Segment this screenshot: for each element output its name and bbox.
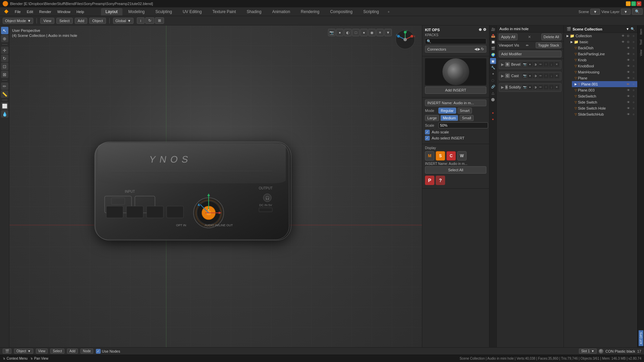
basic-cursor-btn[interactable]: ⊙ bbox=[626, 40, 631, 44]
tab-animation[interactable]: Animation bbox=[267, 8, 294, 15]
apply-all-button[interactable]: Apply All bbox=[499, 34, 518, 40]
side-switch-hole-eye-btn[interactable]: 👁 bbox=[626, 106, 631, 111]
menu-help[interactable]: Help bbox=[74, 9, 87, 15]
tab-kitops[interactable]: KIT OPS bbox=[639, 330, 643, 346]
size-large-btn[interactable]: Large bbox=[425, 115, 439, 121]
tab-item[interactable]: Item bbox=[639, 27, 643, 37]
prop-scene-btn[interactable]: 🎬 bbox=[490, 45, 496, 51]
search-button[interactable]: 🔍 bbox=[632, 8, 643, 15]
plane-eye-btn[interactable]: 👁 bbox=[626, 76, 631, 80]
tab-view[interactable]: View bbox=[639, 48, 643, 58]
prop-object-btn[interactable]: ▣ bbox=[490, 58, 496, 64]
plane001-restrict-btn[interactable]: ○ bbox=[631, 82, 636, 86]
view-layer-button[interactable]: ▼ bbox=[621, 9, 631, 15]
backdish-restrict-btn[interactable]: ○ bbox=[631, 46, 636, 50]
solidify-edit-icon[interactable]: ✏ bbox=[538, 85, 543, 89]
mode-dropdown-bottom[interactable]: Object ▼ bbox=[14, 349, 33, 354]
cast-camera-icon[interactable]: 📷 bbox=[522, 73, 527, 78]
scene-item-side-switch[interactable]: ▽ Side Switch 👁 ○ bbox=[572, 99, 637, 105]
filter-icon[interactable]: ▼ bbox=[626, 27, 629, 31]
overlay-camera-btn[interactable]: 📷 bbox=[328, 29, 335, 36]
solidify-realtime-icon[interactable]: ◑ bbox=[533, 85, 538, 89]
menu-window[interactable]: Window bbox=[55, 9, 73, 15]
size-medium-btn[interactable]: Medium bbox=[440, 115, 458, 121]
cast-up-icon[interactable]: ↑ bbox=[544, 73, 548, 78]
add-modifier-button[interactable]: Add Modifier bbox=[499, 51, 561, 57]
select-btn[interactable]: Select bbox=[56, 18, 73, 24]
tab-shading[interactable]: Shading bbox=[242, 8, 266, 15]
auto-select-checkbox[interactable]: ✓ bbox=[425, 136, 430, 140]
transform-dropdown[interactable]: Global ▼ bbox=[113, 18, 133, 24]
solidify-expand-icon[interactable]: ▶ bbox=[501, 85, 504, 89]
overlay-rendered-btn[interactable]: ☀ bbox=[376, 29, 384, 36]
viewport[interactable]: User Perspective (4) Scene Collection | … bbox=[9, 25, 422, 347]
add-btn[interactable]: Add bbox=[75, 18, 88, 24]
basic-restrict-btn[interactable]: ○ bbox=[631, 40, 636, 44]
add-workspace-button[interactable]: + bbox=[385, 9, 392, 14]
toggle-stack-button[interactable]: Toggle Stack bbox=[536, 42, 561, 48]
tool-add-cube[interactable]: ⬜ bbox=[1, 102, 8, 110]
knob-eye-btn[interactable]: 👁 bbox=[626, 58, 631, 62]
cast-close-icon[interactable]: ✕ bbox=[554, 73, 559, 78]
object-btn[interactable]: Object bbox=[89, 18, 106, 24]
prop-render-btn[interactable]: 🎥 bbox=[490, 26, 496, 32]
knobbool-restrict-btn[interactable]: ○ bbox=[631, 64, 636, 68]
plane003-restrict-btn[interactable]: ○ bbox=[631, 88, 636, 93]
scale-field[interactable] bbox=[438, 122, 488, 128]
mode-regular-btn[interactable]: Regular bbox=[438, 108, 456, 114]
scene-item-knob[interactable]: ▽ Knob 👁 ○ bbox=[572, 57, 637, 63]
cast-down-icon[interactable]: ↓ bbox=[549, 73, 554, 78]
category-refresh-icon[interactable]: ↻ bbox=[481, 47, 484, 51]
tab-layout[interactable]: Layout bbox=[101, 8, 122, 15]
size-small-btn[interactable]: Small bbox=[460, 115, 474, 121]
tool-cursor[interactable]: ⊕ bbox=[1, 35, 8, 42]
bevel-up-icon[interactable]: ↑ bbox=[544, 62, 548, 67]
mode-smart-btn[interactable]: Smart bbox=[458, 108, 472, 114]
scene-item-side-switch-hole[interactable]: ▽ Side Switch Hole 👁 ○ bbox=[572, 105, 637, 111]
scene-item-mainhousing[interactable]: ▽ MainHousing 👁 ○ bbox=[572, 69, 637, 75]
maximize-button[interactable]: □ bbox=[631, 1, 636, 6]
scene-item-plane003[interactable]: ▽ Plane.003 👁 ○ bbox=[572, 87, 637, 93]
scene-item-knobbool[interactable]: ▽ KnobBool 👁 ○ bbox=[572, 63, 637, 69]
overlay-material-preview-btn[interactable]: ◉ bbox=[368, 29, 376, 36]
display-w-btn[interactable]: W bbox=[457, 151, 467, 161]
collection-cursor-btn[interactable]: ⊙ bbox=[626, 34, 631, 38]
backpline-restrict-btn[interactable]: ○ bbox=[631, 52, 636, 56]
select-all-button[interactable]: Select All bbox=[425, 166, 486, 174]
collection-restrict-btn[interactable]: ○ bbox=[631, 34, 636, 38]
prop-particle-btn[interactable]: ✦ bbox=[490, 71, 496, 77]
prop-material-btn[interactable]: ⬤ bbox=[490, 96, 496, 102]
scene-item-backpartingline[interactable]: ▽ BackPartingLine 👁 ○ bbox=[572, 51, 637, 57]
minimize-button[interactable]: ─ bbox=[626, 1, 631, 6]
tool-rotate[interactable]: ↻ bbox=[1, 55, 8, 62]
overlay-options-btn[interactable]: ▼ bbox=[384, 29, 392, 36]
solidify-up-icon[interactable]: ↑ bbox=[544, 85, 548, 89]
prop-constraint-btn[interactable]: 🔗 bbox=[490, 83, 496, 89]
transform-move-btn[interactable]: ↕ bbox=[137, 17, 145, 24]
category-next-icon[interactable]: ▶ bbox=[478, 47, 480, 51]
bevel-expand-icon[interactable]: ▶ bbox=[501, 62, 504, 67]
sideswitch-restrict-btn[interactable]: ○ bbox=[631, 94, 636, 99]
navigation-gizmo[interactable]: X Y Z bbox=[395, 29, 415, 50]
prop-world-btn[interactable]: 🌍 bbox=[490, 52, 496, 58]
display-m-btn[interactable]: M bbox=[425, 151, 434, 161]
bevel-edit-icon[interactable]: ✏ bbox=[538, 62, 543, 67]
tool-select[interactable]: ↖ bbox=[1, 27, 8, 34]
tool-measure[interactable]: 📏 bbox=[1, 90, 8, 98]
scene-search-icon[interactable]: 🔍 bbox=[631, 27, 635, 31]
scene-item-basic[interactable]: ▶ 📁 basic 👁 ⊙ ○ bbox=[568, 39, 637, 45]
add-bottom-btn[interactable]: Add bbox=[67, 349, 78, 354]
scene-item-backdish[interactable]: ▽ BackDish 👁 ○ bbox=[572, 45, 637, 51]
viewport-vis-edit-icon[interactable]: ✏ bbox=[526, 44, 529, 47]
solidify-close-icon[interactable]: ✕ bbox=[554, 85, 559, 89]
plane003-eye-btn[interactable]: 👁 bbox=[626, 88, 631, 93]
solidify-down-icon[interactable]: ↓ bbox=[549, 85, 554, 89]
bevel-down-icon[interactable]: ↓ bbox=[549, 62, 554, 67]
menu-blender[interactable]: 🔶 bbox=[1, 8, 11, 15]
transform-scale-btn[interactable]: ⊞ bbox=[155, 17, 164, 24]
slideswitchhub-eye-btn[interactable]: 👁 bbox=[626, 112, 631, 117]
delete-all-button[interactable]: Delete All bbox=[541, 34, 561, 40]
collection-eye-btn[interactable]: 👁 bbox=[621, 34, 625, 38]
tab-sculpting[interactable]: Sculpting bbox=[151, 8, 176, 15]
tab-scripting[interactable]: Scripting bbox=[359, 8, 384, 15]
